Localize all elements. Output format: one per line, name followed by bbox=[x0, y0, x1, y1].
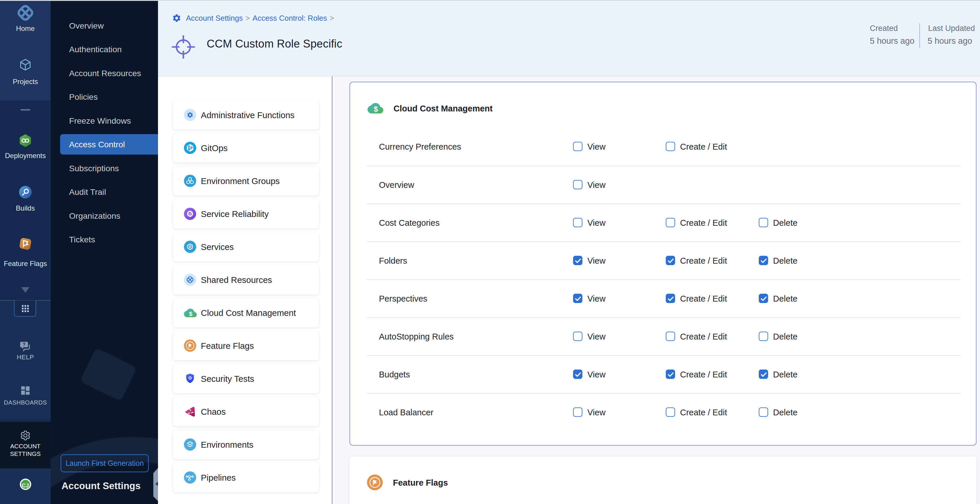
svg-text:$: $ bbox=[189, 310, 192, 317]
svg-text:?: ? bbox=[22, 341, 25, 348]
svg-text:$: $ bbox=[374, 105, 378, 113]
